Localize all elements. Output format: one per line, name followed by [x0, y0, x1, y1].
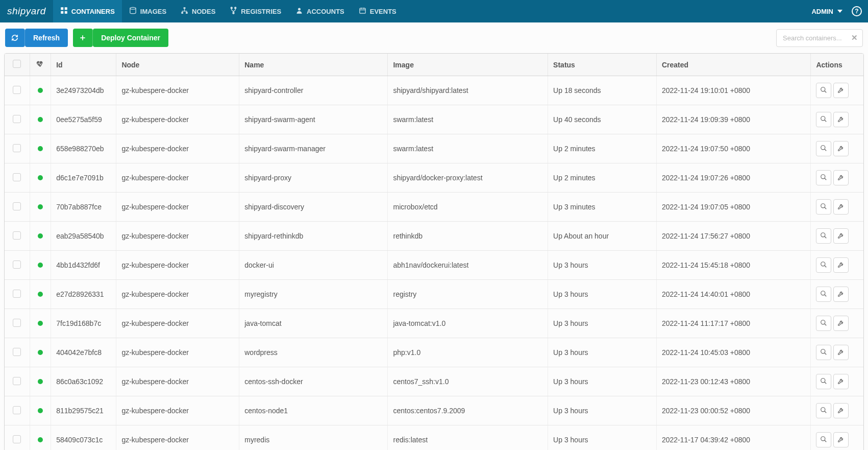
inspect-button[interactable] [816, 83, 831, 98]
inspect-button[interactable] [816, 316, 831, 331]
row-checkbox[interactable] [13, 406, 21, 414]
cell-id[interactable]: d6c1e7e7091b [51, 163, 116, 193]
nav-item-events[interactable]: EVENTS [352, 0, 404, 22]
inspect-button[interactable] [816, 345, 831, 360]
admin-menu[interactable]: ADMIN [806, 8, 848, 15]
row-checkbox[interactable] [13, 377, 21, 385]
refresh-button[interactable]: Refresh [5, 29, 68, 47]
inspect-button[interactable] [816, 432, 831, 447]
cell-id[interactable]: 4bb1d432fd6f [51, 251, 116, 280]
cell-id[interactable]: 86c0a63c1092 [51, 367, 116, 396]
cell-name[interactable]: shipyard-controller [239, 76, 388, 105]
cell-created: 2022-11-24 10:45:03 +0800 [656, 338, 810, 367]
cell-id[interactable]: eab29a58540b [51, 222, 116, 251]
header-node[interactable]: Node [116, 54, 239, 76]
configure-button[interactable] [833, 374, 849, 389]
help-icon[interactable]: ? [852, 6, 862, 16]
row-checkbox[interactable] [13, 144, 21, 152]
inspect-button[interactable] [816, 228, 831, 244]
search-icon [820, 174, 827, 182]
row-checkbox[interactable] [13, 202, 21, 210]
search-icon [820, 436, 827, 444]
configure-button[interactable] [833, 432, 849, 447]
header-id[interactable]: Id [51, 54, 116, 76]
configure-button[interactable] [833, 228, 849, 244]
configure-button[interactable] [833, 199, 849, 215]
cell-name[interactable]: myregistry [239, 280, 388, 309]
cell-id[interactable]: 3e24973204db [51, 76, 116, 105]
cell-name[interactable]: centos-ssh-docker [239, 367, 388, 396]
header-image[interactable]: Image [388, 54, 548, 76]
table-row: eab29a58540bgz-kubespere-dockershipyard-… [5, 222, 863, 251]
cell-id[interactable]: 0ee5275a5f59 [51, 105, 116, 134]
configure-button[interactable] [833, 403, 849, 418]
inspect-button[interactable] [816, 170, 831, 185]
header-name[interactable]: Name [239, 54, 388, 76]
status-dot [38, 204, 43, 209]
cell-status: Up 3 hours [548, 280, 657, 309]
clear-icon[interactable]: ✕ [851, 33, 858, 42]
row-checkbox[interactable] [13, 173, 21, 181]
search-input[interactable] [776, 29, 863, 47]
cell-name[interactable]: myredis [239, 425, 388, 451]
cell-name[interactable]: shipyard-rethinkdb [239, 222, 388, 251]
cell-image: registry [388, 280, 548, 309]
cell-id[interactable]: 811b29575c21 [51, 396, 116, 425]
nav-item-accounts[interactable]: ACCOUNTS [288, 0, 352, 22]
header-actions[interactable]: Actions [811, 54, 863, 76]
cell-node: gz-kubespere-docker [116, 105, 239, 134]
header-status[interactable]: Status [548, 54, 657, 76]
cell-name[interactable]: docker-ui [239, 251, 388, 280]
cell-name[interactable]: shipyard-proxy [239, 163, 388, 193]
cell-name[interactable]: shipyard-swarm-manager [239, 134, 388, 163]
cell-id[interactable]: 70b7ab887fce [51, 193, 116, 222]
cell-name[interactable]: java-tomcat [239, 309, 388, 338]
row-checkbox[interactable] [13, 260, 21, 269]
nav-item-registries[interactable]: REGISTRIES [222, 0, 288, 22]
configure-button[interactable] [833, 141, 849, 156]
header-created[interactable]: Created [656, 54, 810, 76]
row-checkbox[interactable] [13, 231, 21, 240]
row-checkbox[interactable] [13, 435, 21, 443]
row-checkbox[interactable] [13, 115, 21, 123]
nav-item-containers[interactable]: CONTAINERS [53, 0, 122, 22]
inspect-button[interactable] [816, 199, 831, 215]
cell-name[interactable]: shipyard-discovery [239, 193, 388, 222]
inspect-button[interactable] [816, 374, 831, 389]
cell-id[interactable]: 7fc19d168b7c [51, 309, 116, 338]
row-checkbox[interactable] [13, 348, 21, 356]
brand-logo[interactable]: shipyard [0, 6, 53, 17]
deploy-button[interactable]: Deploy Container [73, 29, 168, 47]
configure-button[interactable] [833, 170, 849, 185]
inspect-button[interactable] [816, 403, 831, 418]
cell-status: Up 3 hours [548, 425, 657, 451]
configure-button[interactable] [833, 345, 849, 360]
configure-button[interactable] [833, 257, 849, 273]
inspect-button[interactable] [816, 141, 831, 156]
cell-id[interactable]: e27d28926331 [51, 280, 116, 309]
row-checkbox[interactable] [13, 290, 21, 298]
cell-image: centos:centos7.9.2009 [388, 396, 548, 425]
inspect-button[interactable] [816, 287, 831, 302]
configure-button[interactable] [833, 287, 849, 302]
inspect-button[interactable] [816, 257, 831, 273]
cell-id[interactable]: 658e988270eb [51, 134, 116, 163]
cell-name[interactable]: wordpress [239, 338, 388, 367]
cell-id[interactable]: 404042e7bfc8 [51, 338, 116, 367]
configure-button[interactable] [833, 83, 849, 98]
row-checkbox[interactable] [13, 319, 21, 327]
nav-item-nodes[interactable]: NODES [173, 0, 222, 22]
header-health[interactable] [30, 54, 51, 76]
configure-button[interactable] [833, 316, 849, 331]
cell-node: gz-kubespere-docker [116, 251, 239, 280]
select-all-checkbox[interactable] [13, 60, 21, 68]
cell-id[interactable]: 58409c073c1c [51, 425, 116, 451]
nav-item-images[interactable]: IMAGES [122, 0, 173, 22]
row-checkbox[interactable] [13, 86, 21, 94]
cell-name[interactable]: centos-node1 [239, 396, 388, 425]
cell-name[interactable]: shipyard-swarm-agent [239, 105, 388, 134]
configure-button[interactable] [833, 112, 849, 127]
deploy-label: Deploy Container [93, 29, 168, 47]
inspect-button[interactable] [816, 112, 831, 127]
svg-point-4 [130, 7, 136, 9]
